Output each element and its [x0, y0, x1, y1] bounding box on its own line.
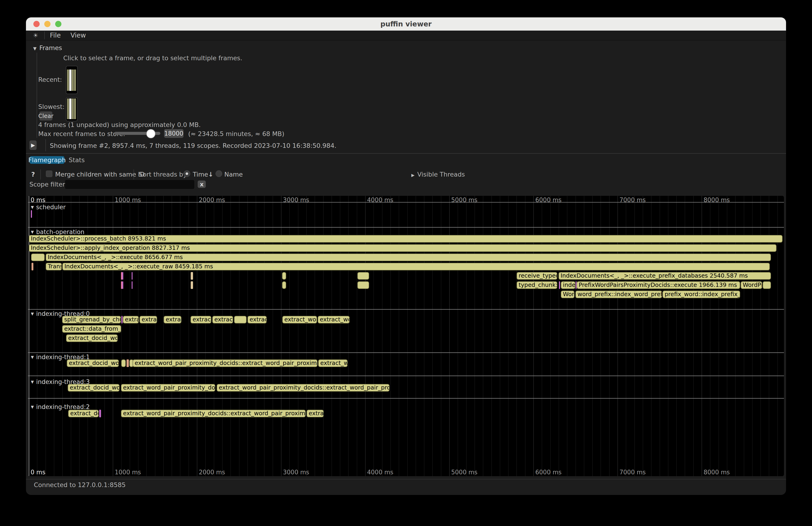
scope-bar[interactable]: extract	[247, 316, 267, 323]
recent-frames-thumbnail[interactable]	[66, 66, 78, 94]
frames-section-header[interactable]: ▼Frames	[33, 44, 62, 52]
scope-bar[interactable]: extract_docid_word	[67, 360, 119, 367]
scope-bar[interactable]: extrac	[307, 410, 324, 417]
scope-bar[interactable]: PrefixWordPairsProximityDocids::execute …	[577, 281, 740, 289]
scope-bar[interactable]: extract_word	[282, 316, 317, 323]
frame-bar[interactable]	[72, 99, 74, 119]
scope-bar[interactable]: extract_docid_word	[66, 334, 118, 342]
thread-header-batch-operation[interactable]: ▼batch-operation	[31, 228, 84, 236]
max-frames-slider-knob[interactable]	[146, 129, 156, 138]
clear-filter-button[interactable]: x	[198, 180, 206, 188]
scope-bar[interactable]: prefix_word::index_prefix_wo	[663, 291, 740, 298]
app-window: puffin viewer ☀ File View ▼Frames Click …	[26, 17, 786, 495]
scope-bar[interactable]: WordPr	[741, 281, 762, 289]
clear-frames-button[interactable]: Clear	[39, 112, 53, 120]
scope-bar[interactable]: split_grenad_by_chun	[62, 316, 121, 323]
frame-bar[interactable]	[72, 70, 74, 91]
collapse-triangle-icon: ▼	[31, 230, 34, 234]
scope-bar[interactable]: extract_	[190, 316, 211, 323]
scope-bar-small[interactable]	[31, 253, 45, 261]
scope-bar[interactable]: IndexDocuments<_, _>::execute_prefix_dat…	[559, 272, 771, 280]
scope-bar-small[interactable]	[282, 272, 286, 280]
time-axis-bottom-label: 0 ms	[31, 469, 45, 476]
slowest-label: Slowest:	[38, 103, 65, 110]
menu-file[interactable]: File	[50, 31, 61, 39]
scope-bar[interactable]: extract_word_pair_proximity_docids::extr…	[121, 410, 306, 417]
scope-bar-small[interactable]	[191, 272, 193, 280]
connection-status: Connected to 127.0.0.1:8585	[34, 481, 126, 488]
menu-separator	[44, 31, 45, 39]
scope-bar-small[interactable]	[99, 410, 101, 417]
sort-time-label[interactable]: Time	[193, 171, 208, 178]
scope-bar[interactable]: extract_word_pair_proximity_docids::extr…	[133, 360, 318, 367]
sort-time-radio[interactable]	[184, 170, 190, 177]
scope-bar[interactable]: Word	[561, 291, 575, 298]
selected-frame-bar[interactable]	[69, 99, 71, 119]
scope-bar[interactable]: extra	[140, 316, 157, 323]
scope-bar[interactable]: extract_wo	[318, 316, 350, 323]
scope-bar[interactable]: Trans	[46, 263, 62, 271]
scope-bar[interactable]: IndexScheduler>::apply_index_operation 8…	[29, 244, 777, 252]
frame-bar[interactable]	[74, 99, 76, 119]
scope-bar-small[interactable]	[234, 316, 247, 323]
scope-bar[interactable]: extract_wo	[318, 360, 348, 367]
sort-name-radio[interactable]	[216, 170, 222, 177]
scope-bar[interactable]: IndexDocuments<_, _>::execute_raw 8459.1…	[62, 263, 770, 271]
scope-bar[interactable]: IndexScheduler>::process_batch 8953.821 …	[29, 235, 783, 243]
selected-frame-bar[interactable]	[69, 70, 71, 91]
scope-bar[interactable]: IndexDocuments<_, _>::execute 8656.677 m…	[46, 253, 771, 261]
sort-threads-label: Sort threads by:	[139, 171, 188, 178]
scope-bar[interactable]: extract_docid_word	[68, 384, 119, 392]
tab-stats[interactable]: Stats	[69, 156, 85, 164]
scope-bar[interactable]: extract_word_pair_proximity_docids	[121, 384, 215, 392]
scope-bar-small[interactable]	[127, 360, 129, 367]
time-axis-bottom-label: 3000 ms	[283, 469, 309, 476]
divider	[26, 479, 786, 479]
frame-bar[interactable]	[67, 70, 69, 91]
scope-bar[interactable]: extract	[123, 316, 139, 323]
scope-bar-small[interactable]	[31, 210, 32, 218]
scope-bar-small[interactable]	[282, 281, 286, 289]
menu-view[interactable]: View	[70, 31, 86, 39]
thread-header-scheduler[interactable]: ▼scheduler	[31, 203, 66, 211]
scope-bar[interactable]: extract_word_pair_proximity_docids::extr…	[217, 384, 390, 392]
scope-bar-small[interactable]	[191, 281, 193, 289]
scope-bar-small[interactable]	[121, 316, 122, 323]
slowest-frames-thumbnail[interactable]	[66, 97, 78, 121]
scope-bar[interactable]: word_prefix::index_word_prefix_	[576, 291, 662, 298]
scope-bar[interactable]: index	[561, 281, 576, 289]
merge-children-checkbox[interactable]	[46, 171, 53, 177]
sort-name-label[interactable]: Name	[224, 171, 243, 178]
max-frames-value[interactable]: 18000	[164, 129, 184, 138]
tab-flamegraph[interactable]: Flamegraph	[30, 156, 64, 164]
scope-bar-small[interactable]	[31, 263, 33, 271]
scope-bar-small[interactable]	[763, 281, 771, 289]
scope-bar[interactable]: extract_doc	[68, 410, 99, 417]
thread-name: batch-operation	[36, 229, 84, 235]
scope-bar-small[interactable]	[357, 272, 369, 280]
frame-bar[interactable]	[67, 99, 69, 119]
scope-bar[interactable]: extract::data_from_ob	[62, 325, 121, 333]
scope-bar-small[interactable]	[122, 281, 123, 289]
scope-bar[interactable]: extract_	[212, 316, 233, 323]
separator	[133, 170, 134, 179]
scope-bar[interactable]: typed_chunk::w	[517, 281, 557, 289]
max-frames-note: (≈ 23428.5 minutes, ≈ 68 MB)	[188, 130, 284, 137]
scope-bar-small[interactable]	[122, 272, 123, 280]
scope-bar-small[interactable]	[132, 272, 133, 280]
scope-filter-input[interactable]	[65, 180, 194, 189]
frame-bar[interactable]	[74, 70, 76, 91]
indent-guide	[37, 53, 37, 138]
help-button[interactable]: ?	[31, 171, 35, 178]
scope-bar-small[interactable]	[357, 281, 369, 289]
flamegraph-canvas[interactable]: 0 ms1000 ms2000 ms3000 ms4000 ms5000 ms6…	[28, 196, 784, 476]
scope-bar-small[interactable]	[559, 281, 560, 289]
scope-bar-small[interactable]	[121, 360, 126, 367]
title-bar[interactable]: puffin viewer	[26, 17, 786, 31]
visible-threads-toggle[interactable]: ▶Visible Threads	[411, 171, 465, 178]
scope-bar-small[interactable]	[132, 281, 133, 289]
sort-direction-arrow-icon[interactable]: ↓	[208, 171, 214, 178]
scope-bar[interactable]: extrac	[164, 316, 182, 323]
scope-bar[interactable]: receive_typed_	[517, 272, 557, 280]
play-button[interactable]: ▶	[29, 141, 37, 150]
